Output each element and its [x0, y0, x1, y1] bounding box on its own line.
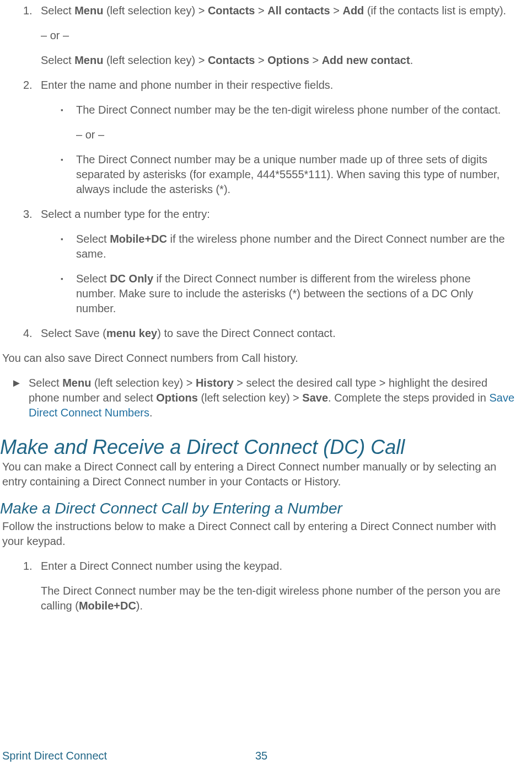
- text: (left selection key) >: [103, 54, 208, 66]
- bold: Options: [267, 54, 309, 66]
- sub-text: The Direct Connect number may be a uniqu…: [76, 152, 512, 197]
- footer-section-title: Sprint Direct Connect: [2, 748, 245, 763]
- arrow-step: ► Select Menu (left selection key) > His…: [11, 376, 525, 430]
- paragraph-call-history: You can also save Direct Connect numbers…: [2, 351, 525, 366]
- text: .: [149, 407, 153, 419]
- step-1-line-a: Select Menu (left selection key) > Conta…: [41, 3, 517, 18]
- ordered-list-1: 1. Select Menu (left selection key) > Co…: [23, 3, 525, 351]
- ordered-list-2: 1. Enter a Direct Connect number using t…: [23, 559, 525, 623]
- sub-text: Select Mobile+DC if the wireless phone n…: [76, 232, 512, 261]
- bold: Menu: [62, 377, 91, 389]
- text: Select: [76, 233, 110, 245]
- bold: Contacts: [208, 4, 255, 17]
- bold: Save: [302, 392, 328, 404]
- step-number: 3.: [23, 207, 40, 326]
- step-text: Enter a Direct Connect number using the …: [41, 559, 517, 574]
- heading-make-receive-dc-call: Make and Receive a Direct Connect (DC) C…: [0, 436, 525, 458]
- sub-body: Select DC Only if the Direct Connect num…: [76, 271, 517, 326]
- step-number: 4.: [23, 326, 40, 351]
- step-number: 1.: [23, 3, 40, 78]
- square-bullet-icon: ▪: [61, 232, 76, 271]
- text: .: [410, 54, 413, 66]
- sub-text: The Direct Connect number may be the ten…: [76, 103, 512, 117]
- step-1-line-b: Select Menu (left selection key) > Conta…: [41, 53, 517, 68]
- square-bullet-icon: ▪: [61, 103, 76, 152]
- step-body: Select a number type for the entry: ▪ Se…: [41, 207, 525, 326]
- document-page: 1. Select Menu (left selection key) > Co…: [0, 0, 532, 770]
- bold: All contacts: [267, 4, 330, 17]
- text: (left selection key) >: [91, 377, 196, 389]
- heading2-description: Follow the instructions below to make a …: [2, 519, 525, 549]
- bold: Add new contact: [322, 54, 410, 66]
- sub-body: The Direct Connect number may be a uniqu…: [76, 152, 517, 207]
- bold: Add: [342, 4, 364, 17]
- sub-list: ▪ The Direct Connect number may be the t…: [61, 103, 517, 207]
- text: Select: [41, 4, 74, 17]
- bold: Options: [156, 392, 198, 404]
- text: >: [309, 54, 322, 66]
- bold: History: [196, 377, 234, 389]
- text: Select Save (: [41, 327, 106, 339]
- sub-item: ▪ The Direct Connect number may be a uni…: [61, 152, 517, 207]
- sub-item: ▪ Select DC Only if the Direct Connect n…: [61, 271, 517, 326]
- sub-item: ▪ Select Mobile+DC if the wireless phone…: [61, 232, 517, 271]
- footer-page-number: 35: [245, 748, 278, 763]
- arrow-body: Select Menu (left selection key) > Histo…: [29, 376, 525, 430]
- text: ) to save the Direct Connect contact.: [157, 327, 336, 339]
- square-bullet-icon: ▪: [61, 271, 76, 326]
- step-text-2: The Direct Connect number may be the ten…: [41, 584, 517, 613]
- sub-item: ▪ The Direct Connect number may be the t…: [61, 103, 517, 152]
- step-2: 2. Enter the name and phone number in th…: [23, 78, 525, 207]
- square-bullet-icon: ▪: [61, 152, 76, 207]
- step-4-text: Select Save (menu key) to save the Direc…: [41, 326, 517, 341]
- step-3: 3. Select a number type for the entry: ▪…: [23, 207, 525, 326]
- arrow-icon: ►: [11, 376, 29, 430]
- page-footer: Sprint Direct Connect 35: [2, 748, 520, 763]
- text: >: [255, 4, 267, 17]
- sub-list: ▪ Select Mobile+DC if the wireless phone…: [61, 232, 517, 326]
- step-number: 1.: [23, 559, 40, 623]
- sub-text: Select DC Only if the Direct Connect num…: [76, 271, 512, 316]
- step-1b: 1. Enter a Direct Connect number using t…: [23, 559, 525, 623]
- text: (left selection key) >: [198, 392, 303, 404]
- bold: Mobile+DC: [79, 600, 136, 612]
- text: >: [330, 4, 343, 17]
- step-4: 4. Select Save (menu key) to save the Di…: [23, 326, 525, 351]
- heading1-description: You can make a Direct Connect call by en…: [2, 459, 525, 489]
- sub-body: Select Mobile+DC if the wireless phone n…: [76, 232, 517, 271]
- text: (left selection key) >: [103, 4, 208, 17]
- bold: DC Only: [110, 272, 153, 285]
- bold: Contacts: [208, 54, 255, 66]
- step-number: 2.: [23, 78, 40, 207]
- arrow-text: Select Menu (left selection key) > Histo…: [29, 376, 517, 420]
- step-body: Enter the name and phone number in their…: [41, 78, 525, 207]
- text: Select: [29, 377, 62, 389]
- bold: Mobile+DC: [110, 233, 167, 245]
- text: Select: [76, 272, 110, 285]
- step-3-text: Select a number type for the entry:: [41, 207, 517, 222]
- bold: menu key: [106, 327, 157, 339]
- sub-body: The Direct Connect number may be the ten…: [76, 103, 517, 152]
- text: (if the contacts list is empty).: [364, 4, 506, 17]
- or-separator: – or –: [76, 127, 512, 142]
- heading-make-dc-call-by-number: Make a Direct Connect Call by Entering a…: [0, 499, 525, 518]
- step-1: 1. Select Menu (left selection key) > Co…: [23, 3, 525, 78]
- text: >: [255, 54, 267, 66]
- or-separator: – or –: [41, 28, 517, 43]
- step-2-text: Enter the name and phone number in their…: [41, 78, 517, 93]
- step-body: Select Menu (left selection key) > Conta…: [41, 3, 525, 78]
- text: . Complete the steps provided in: [328, 392, 489, 404]
- text: ).: [136, 600, 143, 612]
- bold: Menu: [74, 4, 103, 17]
- text: Select: [41, 54, 74, 66]
- step-body: Select Save (menu key) to save the Direc…: [41, 326, 525, 351]
- step-body: Enter a Direct Connect number using the …: [41, 559, 525, 623]
- bold: Menu: [74, 54, 103, 66]
